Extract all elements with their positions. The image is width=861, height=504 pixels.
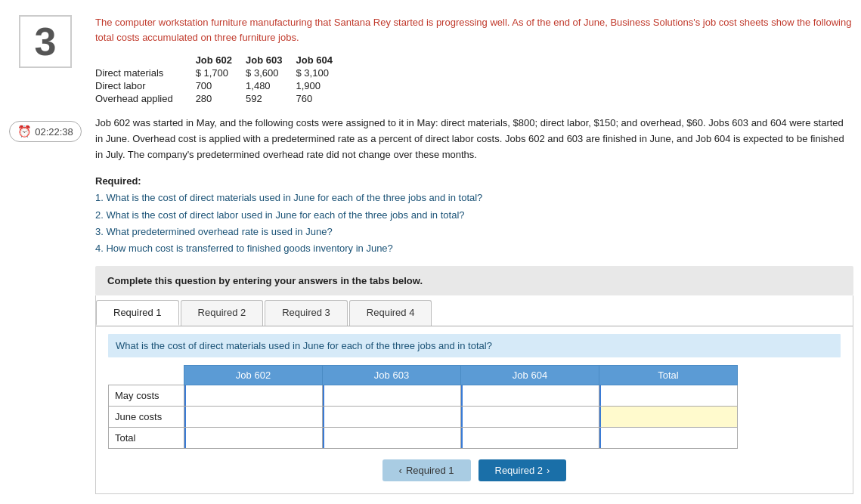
may-job602-input[interactable]: [184, 385, 322, 406]
tabs-row: Required 1 Required 2 Required 3 Require…: [96, 295, 853, 326]
tab-required1[interactable]: Required 1: [96, 300, 179, 326]
timer-display: ⏰ 02:22:38: [9, 121, 82, 142]
answer-table: Job 602 Job 603 Job 604 Total May costs: [108, 365, 738, 449]
next-chevron-icon: ›: [547, 465, 550, 476]
table-row: Overhead applied 280 592 760: [95, 92, 346, 105]
june-job602-cell[interactable]: [184, 406, 323, 427]
tab1-question: What is the cost of direct materials use…: [108, 334, 841, 357]
table-row: Direct materials $ 1,700 $ 3,600 $ 3,100: [95, 66, 346, 79]
june-total-input[interactable]: [599, 407, 737, 427]
total-job603-cell[interactable]: [323, 427, 461, 448]
total-job602-input[interactable]: [184, 428, 322, 448]
timer-icon: ⏰: [17, 125, 32, 138]
june-total-cell[interactable]: [599, 406, 738, 427]
june-job604-input[interactable]: [461, 407, 599, 427]
cost-data-table: Job 602 Job 603 Job 604 Direct materials…: [95, 54, 346, 105]
tabs-container: Required 1 Required 2 Required 3 Require…: [95, 295, 853, 494]
may-job603-input[interactable]: [323, 385, 460, 406]
job602-header: Job 602: [184, 365, 323, 385]
required-section: Required: 1. What is the cost of direct …: [95, 173, 853, 256]
intro-text: The computer workstation furniture manuf…: [95, 15, 853, 45]
body-text: Job 602 was started in May, and the foll…: [95, 116, 853, 162]
june-job602-input[interactable]: [184, 407, 322, 427]
job604-header: Job 604: [461, 365, 599, 385]
prev-button[interactable]: ‹ Required 1: [382, 459, 471, 481]
may-job604-cell[interactable]: [461, 385, 599, 406]
table-row: Direct labor 700 1,480 1,900: [95, 79, 346, 92]
table-row: June costs: [109, 406, 738, 427]
question-number: 3: [19, 15, 72, 68]
row-label-total: Total: [109, 427, 184, 448]
tab-required4[interactable]: Required 4: [349, 300, 432, 326]
total-header: Total: [599, 365, 738, 385]
june-job603-cell[interactable]: [323, 406, 461, 427]
table-row: May costs: [109, 385, 738, 406]
total-job602-cell[interactable]: [184, 427, 323, 448]
prev-chevron-icon: ‹: [399, 465, 402, 476]
input-table-wrap: Job 602 Job 603 Job 604 Total May costs: [108, 365, 841, 449]
tab1-content: What is the cost of direct materials use…: [96, 326, 853, 493]
blank-header: [109, 365, 184, 385]
total-total-cell[interactable]: [599, 427, 738, 448]
total-total-input[interactable]: [599, 428, 737, 448]
next-button[interactable]: Required 2 ›: [479, 459, 567, 481]
june-job603-input[interactable]: [323, 407, 460, 427]
tab-required3[interactable]: Required 3: [265, 300, 348, 326]
row-label-june: June costs: [109, 406, 184, 427]
total-job603-input[interactable]: [323, 428, 460, 448]
complete-box: Complete this question by entering your …: [95, 266, 853, 295]
row-label-may: May costs: [109, 385, 184, 406]
june-job604-cell[interactable]: [461, 406, 599, 427]
tab-required2[interactable]: Required 2: [181, 300, 264, 326]
nav-buttons: ‹ Required 1 Required 2 ›: [108, 459, 841, 481]
may-total-input[interactable]: [599, 385, 737, 406]
may-job603-cell[interactable]: [323, 385, 461, 406]
total-job604-cell[interactable]: [461, 427, 599, 448]
total-job604-input[interactable]: [461, 428, 599, 448]
job603-header: Job 603: [323, 365, 461, 385]
table-row: Total: [109, 427, 738, 448]
may-job604-input[interactable]: [461, 385, 599, 406]
may-total-cell[interactable]: [599, 385, 738, 406]
may-job602-cell[interactable]: [184, 385, 323, 406]
